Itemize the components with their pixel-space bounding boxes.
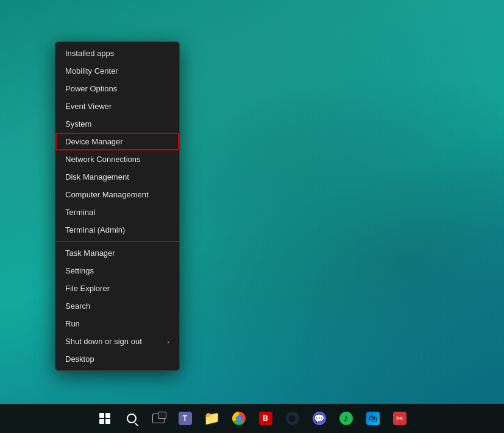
taskbar-icon-discord[interactable]: 💬 xyxy=(307,406,332,431)
menu-item-shut-down-sign-out[interactable]: Shut down or sign out› xyxy=(55,333,179,350)
menu-item-event-viewer[interactable]: Event Viewer xyxy=(55,97,179,115)
spotify-icon: ♪ xyxy=(339,412,353,425)
taskbar-icon-task-view[interactable] xyxy=(146,406,171,431)
menu-item-device-manager[interactable]: Device Manager xyxy=(55,133,179,150)
teams-icon: T xyxy=(179,412,192,425)
menu-item-power-options[interactable]: Power Options xyxy=(55,80,179,97)
taskbar: T📁B⚙💬♪🛍✂ xyxy=(0,404,504,433)
search-icon xyxy=(127,414,137,423)
taskbar-icon-teams[interactable]: T xyxy=(173,406,197,431)
menu-item-terminal-admin[interactable]: Terminal (Admin) xyxy=(55,221,179,239)
menu-item-terminal[interactable]: Terminal xyxy=(55,203,179,221)
taskbar-icon-bitdefender[interactable]: B xyxy=(254,406,278,431)
menu-item-computer-management[interactable]: Computer Management xyxy=(55,186,179,203)
submenu-chevron-icon: › xyxy=(167,338,169,345)
taskbar-icon-start[interactable] xyxy=(93,406,117,431)
task-view-icon xyxy=(152,414,165,423)
menu-item-installed-apps[interactable]: Installed apps xyxy=(55,44,179,62)
menu-item-file-explorer[interactable]: File Explorer xyxy=(55,280,179,297)
menu-item-settings[interactable]: Settings xyxy=(55,262,179,280)
menu-item-mobility-center[interactable]: Mobility Center xyxy=(55,62,179,80)
discord-icon: 💬 xyxy=(313,412,326,425)
menu-item-task-manager[interactable]: Task Manager xyxy=(55,244,179,262)
taskbar-icon-spotify[interactable]: ♪ xyxy=(334,406,358,431)
menu-separator xyxy=(55,241,179,242)
windows-start-icon xyxy=(99,413,110,424)
chrome-icon xyxy=(232,412,246,425)
context-menu: Installed appsMobility CenterPower Optio… xyxy=(55,41,180,371)
menu-item-system[interactable]: System xyxy=(55,115,179,133)
microsoft-store-icon: 🛍 xyxy=(366,412,380,425)
taskbar-icon-search[interactable] xyxy=(119,406,144,431)
menu-item-disk-management[interactable]: Disk Management xyxy=(55,168,179,186)
steam-icon: ⚙ xyxy=(286,412,299,425)
menu-item-run[interactable]: Run xyxy=(55,315,179,333)
menu-item-search[interactable]: Search xyxy=(55,297,179,315)
menu-item-network-connections[interactable]: Network Connections xyxy=(55,150,179,168)
taskbar-icon-steam[interactable]: ⚙ xyxy=(280,406,305,431)
taskbar-icon-chrome[interactable] xyxy=(227,406,251,431)
bitdefender-icon: B xyxy=(259,412,272,425)
file-explorer-icon: 📁 xyxy=(204,410,220,426)
menu-item-desktop[interactable]: Desktop xyxy=(55,350,179,368)
taskbar-icon-microsoft-store[interactable]: 🛍 xyxy=(361,406,385,431)
taskbar-icon-file-explorer[interactable]: 📁 xyxy=(200,406,224,431)
snip-icon: ✂ xyxy=(393,412,406,425)
taskbar-icon-snip[interactable]: ✂ xyxy=(388,406,412,431)
